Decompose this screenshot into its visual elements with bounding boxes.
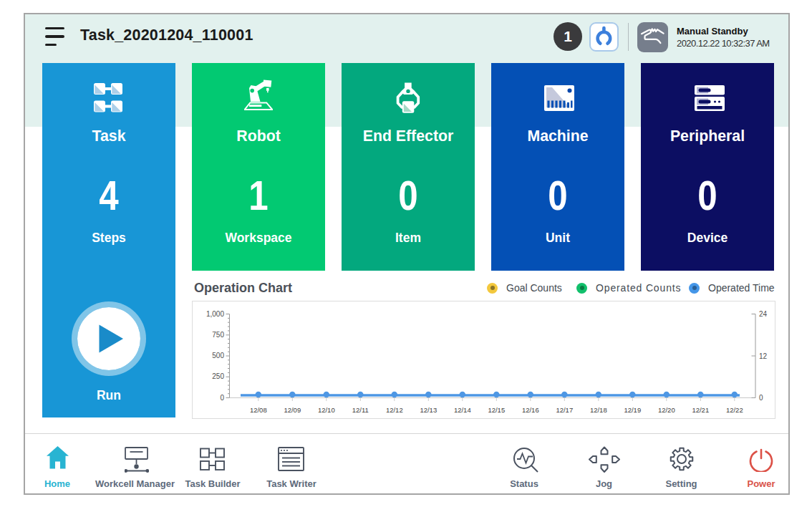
svg-text:12/15: 12/15 bbox=[488, 406, 505, 414]
svg-text:12/19: 12/19 bbox=[624, 406, 641, 414]
svg-text:12: 12 bbox=[759, 352, 768, 360]
svg-text:12/16: 12/16 bbox=[522, 406, 539, 414]
svg-text:12/09: 12/09 bbox=[284, 406, 301, 414]
svg-text:250: 250 bbox=[212, 372, 224, 380]
svg-text:12/17: 12/17 bbox=[556, 406, 573, 414]
svg-text:12/08: 12/08 bbox=[250, 406, 267, 414]
svg-text:0: 0 bbox=[759, 394, 763, 402]
svg-text:500: 500 bbox=[212, 352, 224, 359]
svg-text:12/20: 12/20 bbox=[658, 406, 675, 414]
svg-text:12/12: 12/12 bbox=[386, 406, 403, 414]
svg-text:0: 0 bbox=[220, 394, 224, 402]
svg-text:12/14: 12/14 bbox=[454, 406, 471, 414]
svg-text:12/11: 12/11 bbox=[352, 406, 369, 414]
svg-text:750: 750 bbox=[212, 331, 224, 339]
svg-text:24: 24 bbox=[759, 310, 768, 318]
svg-text:12/13: 12/13 bbox=[420, 406, 437, 414]
svg-text:12/21: 12/21 bbox=[692, 406, 709, 414]
svg-text:12/22: 12/22 bbox=[726, 406, 743, 414]
svg-text:12/18: 12/18 bbox=[590, 406, 607, 414]
svg-text:12/10: 12/10 bbox=[318, 406, 335, 414]
svg-text:1,000: 1,000 bbox=[206, 310, 224, 318]
